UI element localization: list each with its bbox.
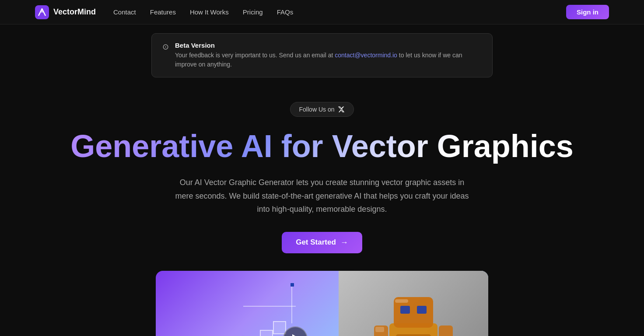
svg-point-1 <box>41 10 43 13</box>
svg-rect-9 <box>439 326 453 336</box>
geo-rect-1 <box>273 321 286 334</box>
video-headline: Where innovation meets imagination <box>173 334 335 336</box>
nav-features[interactable]: Features <box>150 8 176 16</box>
video-overlay-text: Where innovation meets imagination Gener… <box>173 334 335 336</box>
geo-dot <box>290 283 294 287</box>
navbar: VectorMind Contact Features How It Works… <box>0 0 644 24</box>
hero-subtitle: Our AI Vector Graphic Generator lets you… <box>173 176 471 216</box>
geo-line-h <box>243 306 296 307</box>
logo[interactable]: VectorMind <box>35 5 96 19</box>
beta-text: Your feedback is very important to us. S… <box>175 51 482 69</box>
follow-badge-text: Follow Us on <box>299 106 335 113</box>
beta-title: Beta Version <box>175 42 482 49</box>
geo-line-v <box>291 284 292 323</box>
get-started-label: Get Started <box>296 238 336 247</box>
play-button[interactable] <box>283 326 308 336</box>
svg-rect-13 <box>375 327 384 332</box>
nav-how-it-works[interactable]: How It Works <box>190 8 229 16</box>
info-icon: ⊙ <box>162 42 169 52</box>
get-started-button[interactable]: Get Started → <box>282 232 362 253</box>
beta-content: Beta Version Your feedback is very impor… <box>175 42 482 69</box>
hero-title: Generative AI for Vector Graphics <box>18 129 626 164</box>
x-twitter-icon <box>338 106 345 113</box>
nav-links: Contact Features How It Works Pricing FA… <box>113 8 293 16</box>
logo-text: VectorMind <box>53 7 96 17</box>
sign-in-button[interactable]: Sign in <box>566 5 609 19</box>
arrow-icon: → <box>340 238 348 247</box>
beta-text-before: Your feedback is very important to us. S… <box>175 52 335 59</box>
svg-rect-6 <box>396 334 431 336</box>
demo-video[interactable]: Where innovation meets imagination Gener… <box>156 271 488 336</box>
robot-svg <box>339 271 488 336</box>
robot-image <box>339 271 488 336</box>
follow-badge[interactable]: Follow Us on <box>290 102 354 117</box>
nav-pricing[interactable]: Pricing <box>243 8 263 16</box>
svg-rect-5 <box>417 306 427 314</box>
nav-faqs[interactable]: FAQs <box>277 8 294 16</box>
svg-rect-4 <box>400 306 410 314</box>
nav-contact[interactable]: Contact <box>113 8 136 16</box>
beta-email-link[interactable]: contact@vectormind.io <box>335 52 397 59</box>
nav-left: VectorMind Contact Features How It Works… <box>35 5 293 19</box>
play-icon <box>292 334 300 336</box>
beta-banner: ⊙ Beta Version Your feedback is very imp… <box>151 33 493 77</box>
logo-icon <box>35 5 49 19</box>
svg-rect-12 <box>395 299 408 303</box>
hero-section: Follow Us on Generative AI for Vector Gr… <box>0 86 644 336</box>
